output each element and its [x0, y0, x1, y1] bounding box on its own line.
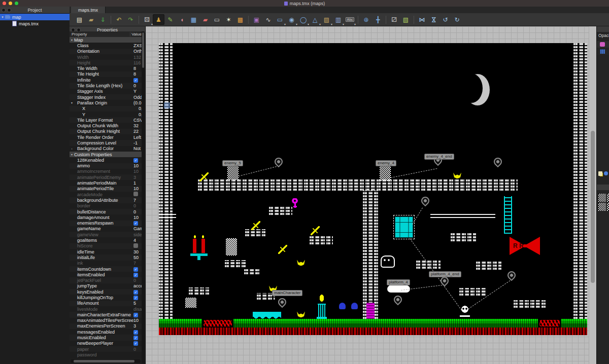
property-row-class[interactable]: ClassZXS [70, 43, 142, 48]
map-spikes[interactable] [253, 312, 281, 319]
property-row-idletime[interactable]: idleTime30 [70, 249, 142, 254]
magic-wand-button[interactable]: ✶ [223, 14, 234, 25]
property-row-128kenabled[interactable]: 128Kenabled✓ [70, 157, 142, 163]
object-label-platform_4_end[interactable]: platform_4_end [429, 271, 461, 277]
map-rails[interactable] [159, 213, 176, 218]
properties-horizontal-scrollbar[interactable] [71, 359, 141, 363]
property-value[interactable]: ✓ [133, 221, 142, 226]
property-row-ink[interactable]: ink7 [70, 261, 142, 266]
property-row-hiscore[interactable]: hiScore [70, 243, 142, 249]
checkbox-checked-icon[interactable]: ✓ [133, 336, 138, 340]
property-row-orientation[interactable]: OrientationOrth [70, 49, 142, 54]
property-row-tile-render-order[interactable]: Tile Render OrderLeft [70, 134, 142, 140]
stamp-brush-button[interactable]: ♟ [153, 14, 164, 25]
property-row-width[interactable]: Width132 [70, 54, 142, 60]
map-pin-icon[interactable] [492, 156, 504, 168]
map-blob[interactable] [351, 303, 358, 309]
select-same-tile-button[interactable]: ▩ [234, 14, 246, 25]
property-value[interactable]: 8 [133, 71, 142, 77]
property-value[interactable]: 5 [133, 301, 142, 306]
property-row-bulletdistance[interactable]: bulletDistance0 [70, 209, 142, 214]
property-value[interactable]: 10 [133, 163, 142, 168]
property-value[interactable]: 4 [133, 238, 142, 243]
property-row-password[interactable]: password [70, 352, 142, 357]
map-worm[interactable] [204, 320, 232, 326]
map-ladder[interactable] [504, 196, 512, 234]
property-value[interactable]: 10 [133, 318, 142, 323]
property-value[interactable]: ✓ [133, 289, 142, 295]
property-value[interactable]: 10 [133, 186, 142, 191]
object-label-enemy_5[interactable]: enemy_5 [222, 160, 243, 166]
shape-fill-button[interactable]: ▦ [188, 14, 199, 25]
property-row-x[interactable]: X0,00 [70, 106, 142, 112]
map-redband[interactable] [159, 327, 587, 335]
map-canvas[interactable]: R Renemy_5enemy_4enemy_4_endplatform_4pl… [146, 26, 589, 364]
property-value[interactable]: ✓ [133, 335, 142, 340]
property-value[interactable] [133, 192, 142, 197]
insert-polygon-button[interactable]: △▾ [309, 14, 321, 25]
property-row-output-chunk-height[interactable]: Output Chunk Height22 [70, 129, 142, 134]
map-bricks[interactable] [310, 236, 333, 244]
property-value[interactable]: 0 [133, 203, 142, 208]
map-pin-icon[interactable] [506, 270, 518, 281]
property-row-height[interactable]: Height116 [70, 60, 142, 65]
property-row-gameview[interactable]: gameViewside [70, 232, 142, 237]
property-row-itemscountdown[interactable]: itemsCountdown✓ [70, 266, 142, 272]
property-row-animateperiodenemy[interactable]: animatePeriodEnemy3 [70, 174, 142, 180]
property-value[interactable]: side [133, 232, 142, 237]
property-value[interactable]: 0 [133, 278, 142, 283]
map-rails[interactable] [430, 213, 495, 218]
checkbox-checked-icon[interactable]: ✓ [133, 273, 138, 277]
new-layer-icon[interactable] [598, 171, 602, 176]
map-torch[interactable] [317, 293, 327, 319]
insert-rectangle-button[interactable]: ▭▾ [274, 14, 286, 25]
map-machine[interactable] [395, 216, 413, 238]
map-sword[interactable] [199, 172, 209, 181]
property-value[interactable]: 3 [133, 175, 142, 180]
layer-row-tiles[interactable] [597, 48, 609, 55]
property-value[interactable]: 10 [133, 169, 142, 174]
property-value[interactable]: 0 [133, 83, 142, 88]
property-value[interactable]: acce [133, 283, 142, 288]
property-value[interactable]: -1 [133, 140, 142, 145]
property-row-stagger-index[interactable]: Stagger IndexOdd [70, 94, 142, 100]
checkbox-checked-icon[interactable]: ✓ [133, 296, 138, 300]
property-row-animateperiodtile[interactable]: animatePeriodTile10 [70, 186, 142, 192]
property-row-damageamount[interactable]: damageAmount10 [70, 214, 142, 220]
expander-icon[interactable]: ▾ [70, 153, 74, 156]
tileset-tile[interactable] [607, 194, 609, 202]
property-row-tile-layer-format[interactable]: Tile Layer FormatCSV [70, 117, 142, 123]
property-value[interactable]: 50 [133, 255, 142, 260]
insert-text-button[interactable]: Abc▾ [344, 14, 356, 25]
map-robot[interactable] [226, 238, 237, 256]
terrain-brush-button[interactable]: ✎ [164, 14, 176, 25]
expander-icon[interactable]: ▾ [70, 38, 74, 42]
random-mode-button[interactable]: ⚄▾ [141, 14, 153, 25]
map-creature[interactable] [185, 298, 196, 308]
map-bricks[interactable] [245, 229, 265, 236]
checkbox-checked-icon[interactable]: ✓ [133, 78, 138, 83]
object-label-platform_4[interactable]: platform_4 [387, 279, 410, 285]
edit-polygons-button[interactable]: ∿ [262, 14, 274, 25]
map-blob[interactable] [339, 303, 346, 309]
bucket-fill-button[interactable]: ◖ [176, 14, 188, 25]
map-bricks[interactable] [451, 233, 476, 241]
insert-point-button[interactable]: ◉▾ [286, 14, 297, 25]
property-row-tile-height[interactable]: Tile Height8 [70, 71, 142, 77]
map-worm[interactable] [539, 320, 560, 326]
property-row-newbeeperplayer[interactable]: newBeeperPlayer✓ [70, 341, 142, 346]
property-row-ammo[interactable]: ammo10 [70, 163, 142, 169]
property-value[interactable]: ✓ [133, 341, 142, 346]
checkbox-unchecked-icon[interactable] [133, 192, 138, 196]
stamp-capture-button[interactable]: ▣ [251, 14, 262, 25]
map-skeleton[interactable] [227, 166, 239, 180]
property-row-parallax-origin[interactable]: ▾Parallax Origin(0.0 [70, 100, 142, 105]
map-duck[interactable] [453, 172, 461, 178]
property-value[interactable]: (0.0 [133, 100, 142, 105]
checkbox-checked-icon[interactable]: ✓ [133, 267, 138, 272]
checkbox-checked-icon[interactable]: ✓ [133, 221, 138, 226]
property-row-map[interactable]: ▾Map [70, 37, 142, 43]
tileset-tile[interactable] [598, 203, 606, 211]
map-ghost[interactable] [381, 256, 395, 268]
insert-tile-button[interactable]: ▨▾ [321, 14, 332, 25]
